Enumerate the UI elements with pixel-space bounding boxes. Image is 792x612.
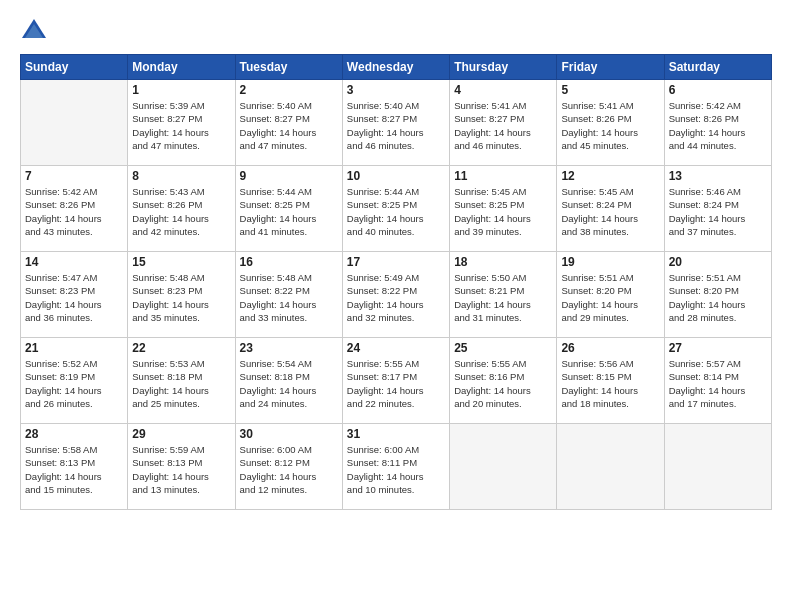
day-number: 25	[454, 341, 552, 355]
day-cell	[664, 424, 771, 510]
day-info: Sunrise: 5:43 AM Sunset: 8:26 PM Dayligh…	[132, 185, 230, 238]
day-cell	[557, 424, 664, 510]
day-number: 26	[561, 341, 659, 355]
day-number: 14	[25, 255, 123, 269]
day-header-tuesday: Tuesday	[235, 55, 342, 80]
day-cell: 7Sunrise: 5:42 AM Sunset: 8:26 PM Daylig…	[21, 166, 128, 252]
day-cell: 27Sunrise: 5:57 AM Sunset: 8:14 PM Dayli…	[664, 338, 771, 424]
day-number: 9	[240, 169, 338, 183]
day-number: 1	[132, 83, 230, 97]
day-info: Sunrise: 5:54 AM Sunset: 8:18 PM Dayligh…	[240, 357, 338, 410]
day-number: 19	[561, 255, 659, 269]
day-info: Sunrise: 5:57 AM Sunset: 8:14 PM Dayligh…	[669, 357, 767, 410]
week-row-5: 28Sunrise: 5:58 AM Sunset: 8:13 PM Dayli…	[21, 424, 772, 510]
day-header-saturday: Saturday	[664, 55, 771, 80]
day-cell: 30Sunrise: 6:00 AM Sunset: 8:12 PM Dayli…	[235, 424, 342, 510]
calendar-page: SundayMondayTuesdayWednesdayThursdayFrid…	[0, 0, 792, 612]
day-number: 15	[132, 255, 230, 269]
day-number: 7	[25, 169, 123, 183]
day-info: Sunrise: 5:51 AM Sunset: 8:20 PM Dayligh…	[561, 271, 659, 324]
day-cell: 4Sunrise: 5:41 AM Sunset: 8:27 PM Daylig…	[450, 80, 557, 166]
day-cell: 23Sunrise: 5:54 AM Sunset: 8:18 PM Dayli…	[235, 338, 342, 424]
day-header-wednesday: Wednesday	[342, 55, 449, 80]
day-cell: 11Sunrise: 5:45 AM Sunset: 8:25 PM Dayli…	[450, 166, 557, 252]
day-cell: 10Sunrise: 5:44 AM Sunset: 8:25 PM Dayli…	[342, 166, 449, 252]
day-cell: 1Sunrise: 5:39 AM Sunset: 8:27 PM Daylig…	[128, 80, 235, 166]
day-cell: 2Sunrise: 5:40 AM Sunset: 8:27 PM Daylig…	[235, 80, 342, 166]
day-cell: 18Sunrise: 5:50 AM Sunset: 8:21 PM Dayli…	[450, 252, 557, 338]
day-info: Sunrise: 5:44 AM Sunset: 8:25 PM Dayligh…	[347, 185, 445, 238]
day-cell: 29Sunrise: 5:59 AM Sunset: 8:13 PM Dayli…	[128, 424, 235, 510]
day-number: 5	[561, 83, 659, 97]
day-number: 13	[669, 169, 767, 183]
day-info: Sunrise: 5:52 AM Sunset: 8:19 PM Dayligh…	[25, 357, 123, 410]
day-number: 28	[25, 427, 123, 441]
day-info: Sunrise: 5:55 AM Sunset: 8:17 PM Dayligh…	[347, 357, 445, 410]
day-number: 11	[454, 169, 552, 183]
day-number: 27	[669, 341, 767, 355]
day-info: Sunrise: 5:48 AM Sunset: 8:22 PM Dayligh…	[240, 271, 338, 324]
day-cell: 31Sunrise: 6:00 AM Sunset: 8:11 PM Dayli…	[342, 424, 449, 510]
week-row-2: 7Sunrise: 5:42 AM Sunset: 8:26 PM Daylig…	[21, 166, 772, 252]
day-cell: 25Sunrise: 5:55 AM Sunset: 8:16 PM Dayli…	[450, 338, 557, 424]
logo-icon	[20, 16, 48, 44]
day-info: Sunrise: 5:59 AM Sunset: 8:13 PM Dayligh…	[132, 443, 230, 496]
day-cell	[21, 80, 128, 166]
day-cell: 6Sunrise: 5:42 AM Sunset: 8:26 PM Daylig…	[664, 80, 771, 166]
day-cell: 19Sunrise: 5:51 AM Sunset: 8:20 PM Dayli…	[557, 252, 664, 338]
day-number: 3	[347, 83, 445, 97]
day-number: 10	[347, 169, 445, 183]
day-info: Sunrise: 5:45 AM Sunset: 8:24 PM Dayligh…	[561, 185, 659, 238]
day-cell: 14Sunrise: 5:47 AM Sunset: 8:23 PM Dayli…	[21, 252, 128, 338]
day-number: 4	[454, 83, 552, 97]
day-cell: 17Sunrise: 5:49 AM Sunset: 8:22 PM Dayli…	[342, 252, 449, 338]
week-row-1: 1Sunrise: 5:39 AM Sunset: 8:27 PM Daylig…	[21, 80, 772, 166]
day-cell: 28Sunrise: 5:58 AM Sunset: 8:13 PM Dayli…	[21, 424, 128, 510]
day-number: 16	[240, 255, 338, 269]
day-info: Sunrise: 5:56 AM Sunset: 8:15 PM Dayligh…	[561, 357, 659, 410]
day-info: Sunrise: 5:51 AM Sunset: 8:20 PM Dayligh…	[669, 271, 767, 324]
day-info: Sunrise: 6:00 AM Sunset: 8:12 PM Dayligh…	[240, 443, 338, 496]
calendar-table: SundayMondayTuesdayWednesdayThursdayFrid…	[20, 54, 772, 510]
day-number: 22	[132, 341, 230, 355]
day-number: 2	[240, 83, 338, 97]
day-info: Sunrise: 5:40 AM Sunset: 8:27 PM Dayligh…	[240, 99, 338, 152]
day-number: 24	[347, 341, 445, 355]
day-info: Sunrise: 5:42 AM Sunset: 8:26 PM Dayligh…	[669, 99, 767, 152]
day-header-monday: Monday	[128, 55, 235, 80]
day-cell: 5Sunrise: 5:41 AM Sunset: 8:26 PM Daylig…	[557, 80, 664, 166]
day-number: 6	[669, 83, 767, 97]
day-info: Sunrise: 5:44 AM Sunset: 8:25 PM Dayligh…	[240, 185, 338, 238]
day-info: Sunrise: 5:46 AM Sunset: 8:24 PM Dayligh…	[669, 185, 767, 238]
day-number: 12	[561, 169, 659, 183]
day-header-sunday: Sunday	[21, 55, 128, 80]
day-info: Sunrise: 5:49 AM Sunset: 8:22 PM Dayligh…	[347, 271, 445, 324]
day-cell: 3Sunrise: 5:40 AM Sunset: 8:27 PM Daylig…	[342, 80, 449, 166]
header	[20, 16, 772, 44]
day-number: 18	[454, 255, 552, 269]
day-info: Sunrise: 5:48 AM Sunset: 8:23 PM Dayligh…	[132, 271, 230, 324]
day-cell: 16Sunrise: 5:48 AM Sunset: 8:22 PM Dayli…	[235, 252, 342, 338]
calendar-header-row: SundayMondayTuesdayWednesdayThursdayFrid…	[21, 55, 772, 80]
week-row-4: 21Sunrise: 5:52 AM Sunset: 8:19 PM Dayli…	[21, 338, 772, 424]
day-info: Sunrise: 5:55 AM Sunset: 8:16 PM Dayligh…	[454, 357, 552, 410]
day-info: Sunrise: 5:47 AM Sunset: 8:23 PM Dayligh…	[25, 271, 123, 324]
day-info: Sunrise: 6:00 AM Sunset: 8:11 PM Dayligh…	[347, 443, 445, 496]
day-info: Sunrise: 5:45 AM Sunset: 8:25 PM Dayligh…	[454, 185, 552, 238]
day-cell: 21Sunrise: 5:52 AM Sunset: 8:19 PM Dayli…	[21, 338, 128, 424]
day-number: 17	[347, 255, 445, 269]
day-cell: 22Sunrise: 5:53 AM Sunset: 8:18 PM Dayli…	[128, 338, 235, 424]
day-cell: 15Sunrise: 5:48 AM Sunset: 8:23 PM Dayli…	[128, 252, 235, 338]
day-cell: 13Sunrise: 5:46 AM Sunset: 8:24 PM Dayli…	[664, 166, 771, 252]
day-cell: 26Sunrise: 5:56 AM Sunset: 8:15 PM Dayli…	[557, 338, 664, 424]
day-info: Sunrise: 5:58 AM Sunset: 8:13 PM Dayligh…	[25, 443, 123, 496]
day-header-thursday: Thursday	[450, 55, 557, 80]
logo	[20, 16, 52, 44]
day-info: Sunrise: 5:41 AM Sunset: 8:27 PM Dayligh…	[454, 99, 552, 152]
day-info: Sunrise: 5:53 AM Sunset: 8:18 PM Dayligh…	[132, 357, 230, 410]
week-row-3: 14Sunrise: 5:47 AM Sunset: 8:23 PM Dayli…	[21, 252, 772, 338]
day-cell: 20Sunrise: 5:51 AM Sunset: 8:20 PM Dayli…	[664, 252, 771, 338]
day-number: 8	[132, 169, 230, 183]
day-number: 31	[347, 427, 445, 441]
day-cell: 9Sunrise: 5:44 AM Sunset: 8:25 PM Daylig…	[235, 166, 342, 252]
